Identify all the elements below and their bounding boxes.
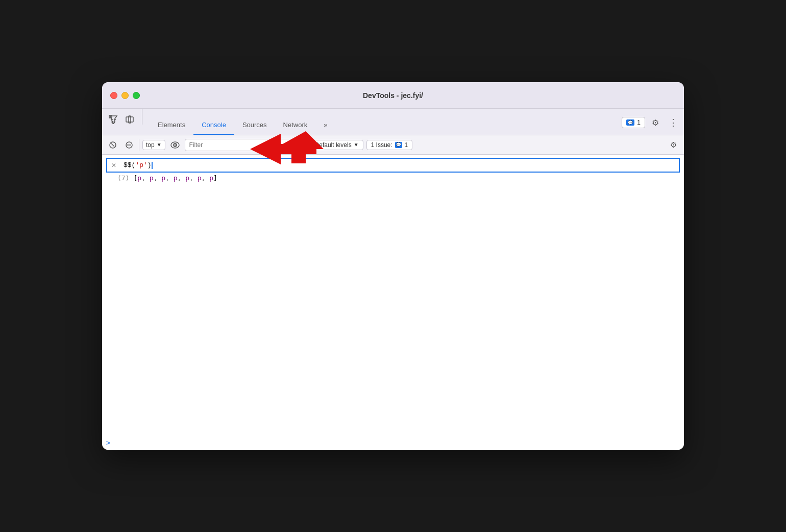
svg-point-9 (174, 144, 176, 146)
window-title: DevTools - jec.fyi/ (363, 91, 423, 100)
tab-elements[interactable]: Elements (150, 109, 193, 135)
tabs-right-actions: 💬 1 ⚙ ⋮ (622, 115, 680, 135)
message-icon: 💬 (626, 119, 634, 126)
context-selector[interactable]: top ▼ (142, 140, 165, 150)
device-toolbar-icon[interactable] (122, 112, 137, 127)
prompt-chevron-icon[interactable]: > (106, 439, 110, 447)
result-count: (7) (117, 174, 129, 182)
tab-network[interactable]: Network (275, 109, 316, 135)
svg-rect-1 (126, 117, 133, 122)
svg-line-4 (111, 143, 114, 147)
live-expression-icon[interactable] (168, 138, 182, 152)
more-options-icon[interactable]: ⋮ (666, 115, 680, 130)
tab-icon-group (106, 109, 145, 135)
maximize-button[interactable] (133, 92, 140, 99)
toolbar-divider (139, 139, 139, 151)
result-content[interactable]: [p, p, p, p, p, p, p] (133, 174, 217, 182)
title-bar: DevTools - jec.fyi/ (102, 82, 684, 109)
console-input-line[interactable]: ✕ $$('p') (106, 158, 680, 173)
console-toolbar: top ▼ Default levels ▼ 1 Issue: 💬 1 ⚙ (102, 135, 684, 155)
issues-badge-button[interactable]: 💬 1 (622, 117, 645, 128)
issue-message-icon: 💬 (395, 142, 402, 148)
console-settings-icon[interactable]: ⚙ (667, 138, 680, 152)
inspect-element-icon[interactable] (106, 112, 120, 127)
console-result-line: (7) [p, p, p, p, p, p, p] (102, 173, 684, 183)
clear-input-icon[interactable]: ✕ (111, 162, 119, 169)
tab-more[interactable]: » (315, 109, 335, 135)
tabs-bar: Elements Console Sources Network » 💬 1 (102, 109, 684, 135)
tab-console[interactable]: Console (193, 109, 234, 135)
dropdown-chevron-icon: ▼ (157, 142, 162, 148)
traffic-lights (110, 92, 140, 99)
settings-icon[interactable]: ⚙ (648, 115, 662, 130)
console-empty-area (102, 183, 684, 436)
clear-console-icon[interactable] (106, 138, 119, 152)
filter-input[interactable] (185, 139, 307, 151)
console-input-code[interactable]: $$('p') (124, 161, 675, 169)
issues-button[interactable]: 1 Issue: 💬 1 (366, 140, 413, 150)
block-requests-icon[interactable] (122, 138, 136, 152)
close-button[interactable] (110, 92, 117, 99)
minimize-button[interactable] (121, 92, 129, 99)
console-prompt-line: > (102, 436, 684, 450)
default-levels-button[interactable]: Default levels ▼ (310, 140, 363, 150)
console-content: ✕ $$('p') (7) [p, p, p, p, p, p, p] > (102, 155, 684, 450)
tab-sources[interactable]: Sources (234, 109, 275, 135)
levels-chevron-icon: ▼ (354, 142, 359, 148)
tabs-divider (142, 109, 142, 125)
